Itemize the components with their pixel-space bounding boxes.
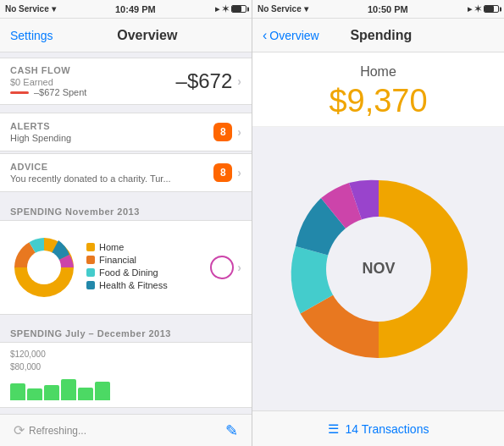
left-nav-bar: Settings Overview [0, 19, 252, 52]
legend-health: Health & Fitness [86, 280, 202, 290]
legend-home-label: Home [99, 242, 124, 252]
category-name: Home [252, 64, 504, 80]
right-main-content: Home $9,370 NOV [252, 52, 504, 446]
bar-4 [61, 379, 76, 400]
left-content: CASH FLOW $0 Earned –$672 Spent –$672 › [0, 52, 252, 414]
spending-inner: Home Financial Food & Dining Health & Fi… [0, 221, 252, 314]
bar-label-120k: $120,000 [10, 350, 46, 359]
food-dot [86, 268, 95, 277]
bar-3 [44, 385, 59, 400]
alerts-chevron-icon[interactable]: › [237, 125, 241, 139]
bar-label-80k: $80,000 [10, 362, 41, 372]
bar-2 [27, 388, 42, 400]
cf-spent-text: –$672 Spent [34, 87, 86, 97]
battery-icon [231, 5, 246, 13]
bar-6 [95, 382, 110, 400]
legend-area: Home Financial Food & Dining Health & Fi… [86, 242, 202, 293]
advice-card: ADVICE You recently donated to a charity… [0, 153, 252, 192]
back-chevron-icon: ‹ [263, 28, 267, 43]
left-nav-title: Overview [117, 28, 177, 43]
legend-health-label: Health & Fitness [99, 280, 168, 290]
right-time: 10:50 PM [368, 4, 408, 14]
right-no-service-text: No Service [258, 4, 302, 14]
spending-chevron-icon[interactable]: › [237, 261, 241, 274]
bar-1 [10, 383, 25, 400]
large-donut-chart: NOV [277, 168, 480, 371]
svg-text:NOV: NOV [362, 260, 395, 277]
alerts-sub: High Spending [10, 133, 213, 143]
overview-back-button[interactable]: ‹ Overview [263, 28, 319, 43]
right-bluetooth-icon: ✶ [474, 4, 481, 14]
cashflow-card: CASH FLOW $0 Earned –$672 Spent –$672 › [0, 58, 252, 105]
cf-spent-line: –$672 Spent [10, 87, 176, 97]
right-battery-icon [484, 5, 499, 13]
legend-food-label: Food & Dining [99, 267, 158, 278]
right-gps-icon: ▸ [468, 4, 472, 14]
advice-chevron-icon[interactable]: › [237, 166, 241, 179]
cashflow-label: CASH FLOW [10, 65, 176, 75]
home-dot [86, 243, 95, 251]
left-status-bar: No Service ▾ 10:49 PM ▸ ✶ [0, 0, 252, 19]
cf-earned-text: $0 Earned [10, 77, 53, 87]
settings-button[interactable]: Settings [10, 29, 53, 42]
spending-nov-header: SPENDING November 2013 [0, 200, 252, 220]
cashflow-row[interactable]: CASH FLOW $0 Earned –$672 Spent –$672 › [0, 58, 252, 104]
financial-dot [86, 256, 95, 264]
cashflow-chevron-icon[interactable]: › [237, 74, 241, 88]
spinner-icon: ⟳ [14, 422, 25, 438]
advice-content: ADVICE You recently donated to a charity… [10, 162, 213, 184]
spacer5 [0, 315, 252, 322]
spacer4 [0, 193, 252, 200]
right-status-bar: No Service ▾ 10:50 PM ▸ ✶ [252, 0, 504, 19]
svg-point-0 [27, 251, 61, 284]
right-nav-title: Spending [350, 28, 412, 43]
transactions-text: 14 Transactions [346, 422, 429, 436]
bluetooth-icon: ✶ [222, 4, 229, 14]
alerts-card: ALERTS High Spending 8 › [0, 113, 252, 151]
alerts-badge: 8 [213, 123, 232, 141]
back-label: Overview [269, 29, 318, 42]
advice-label: ADVICE [10, 162, 213, 172]
spending-jul-header: SPENDING July – December 2013 [0, 322, 252, 342]
bar-y-labels2: $80,000 [10, 362, 241, 372]
advice-sub: You recently donated to a charity. Tur..… [10, 173, 213, 184]
alerts-content: ALERTS High Spending [10, 121, 213, 143]
legend-right: › [210, 256, 241, 279]
right-screen: No Service ▾ 10:50 PM ▸ ✶ ‹ Overview Spe… [252, 0, 504, 446]
spending-nov-card: Home Financial Food & Dining Health & Fi… [0, 220, 252, 315]
alerts-row[interactable]: ALERTS High Spending 8 › [0, 113, 252, 151]
legend-financial-label: Financial [99, 255, 136, 265]
donut-container: NOV [252, 127, 504, 410]
transactions-icon: ☰ [328, 421, 339, 437]
bar-5 [78, 388, 93, 400]
advice-row[interactable]: ADVICE You recently donated to a charity… [0, 154, 252, 191]
health-dot [86, 281, 95, 289]
legend-food: Food & Dining [86, 267, 202, 278]
pink-selection-circle[interactable] [210, 256, 234, 279]
cf-earned-line: $0 Earned [10, 77, 176, 87]
transactions-bar[interactable]: ☰ 14 Transactions [252, 410, 504, 446]
edit-button[interactable]: ✎ [225, 421, 238, 440]
spacer2 [0, 106, 252, 113]
cashflow-content: CASH FLOW $0 Earned –$672 Spent [10, 65, 176, 97]
refresh-text: Refreshing... [29, 425, 86, 437]
bar-chart-row [10, 375, 241, 400]
legend-financial: Financial [86, 255, 202, 265]
refresh-button[interactable]: ⟳ Refreshing... [14, 422, 86, 438]
cashflow-value: –$672 [176, 69, 233, 93]
bar-y-labels: $120,000 [10, 350, 241, 359]
right-wifi-icon: ▾ [304, 4, 308, 14]
wifi-icon: ▾ [52, 4, 56, 14]
bar-chart-card: $120,000 $80,000 [0, 342, 252, 408]
legend-home: Home [86, 242, 202, 252]
alerts-label: ALERTS [10, 121, 213, 131]
category-amount: $9,370 [252, 83, 504, 119]
cf-dash-icon [10, 91, 29, 94]
category-header: Home $9,370 [252, 52, 504, 127]
gps-icon: ▸ [215, 4, 219, 14]
right-nav-bar: ‹ Overview Spending [252, 19, 504, 52]
no-service-text: No Service [5, 4, 49, 14]
cashflow-lines: $0 Earned –$672 Spent [10, 77, 176, 97]
advice-badge: 8 [213, 163, 232, 182]
left-screen: No Service ▾ 10:49 PM ▸ ✶ Settings Overv… [0, 0, 252, 446]
